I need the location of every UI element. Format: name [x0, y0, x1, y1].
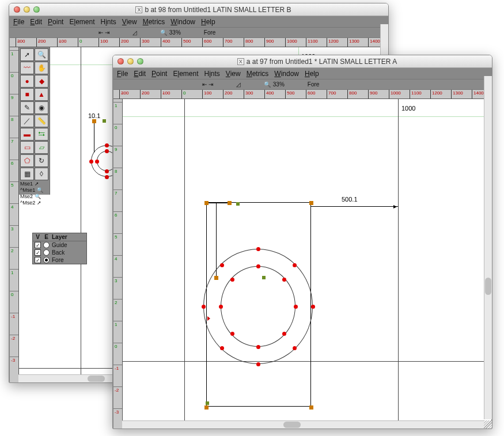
ruler-horizontal-front[interactable]: -300-200-1000100200300400500600700800900…	[113, 90, 491, 99]
menu-view[interactable]: View	[122, 18, 137, 26]
info-layer[interactable]: Fore	[308, 81, 320, 88]
layers-header: V E Layer	[33, 233, 86, 241]
traffic-lights	[118, 58, 143, 65]
menu-window[interactable]: Window	[170, 18, 195, 26]
menu-metrics[interactable]: Metrics	[247, 70, 269, 78]
traffic-lights	[14, 6, 40, 13]
tool-add-corner[interactable]: ■	[20, 88, 34, 101]
resize-handle-front[interactable]	[484, 420, 492, 429]
menu-element[interactable]: Element	[173, 70, 198, 78]
layer-label: Guide	[52, 242, 67, 248]
window-title-back: X b at 98 from Untitled1 LATIN SMALL LET…	[43, 6, 384, 14]
tool-pen[interactable]: ✎	[20, 101, 34, 114]
tool-spiro[interactable]: ◉	[35, 101, 48, 114]
info-angle: ◿	[236, 81, 241, 88]
window-title-text: a at 97 from Untitled1 * LATIN SMALL LET…	[247, 58, 397, 66]
info-arrows: ⇤ ⇥	[98, 29, 109, 36]
tool-pointer[interactable]: ➚	[20, 48, 34, 61]
menu-file[interactable]: File	[13, 18, 24, 26]
menu-metrics[interactable]: Metrics	[143, 18, 165, 26]
info-zoom: 🔍 33%	[264, 81, 285, 88]
zoom-value: 33%	[169, 29, 181, 36]
tool-add-curve[interactable]: ●	[20, 75, 34, 88]
infobar-back: ⇤ ⇥ ◿ 🔍 33% Fore	[10, 28, 388, 38]
menu-help[interactable]: Help	[305, 70, 319, 78]
layer-row-fore[interactable]: ✓ Fore	[33, 256, 86, 264]
menu-edit[interactable]: Edit	[134, 70, 146, 78]
layer-edit-radio[interactable]	[43, 249, 50, 256]
canvas-front[interactable]: 1000 500.1	[123, 99, 491, 429]
tool-palette: ➚ 🔍 〰 ✋ ● ◆ ■ ▲ ✎ ◉ ／ 📏 ▬ ⮀ ▭ ▱ ⬠	[19, 47, 50, 195]
tool-rect[interactable]: ▭	[20, 141, 34, 154]
tool-add-tangent[interactable]: ▲	[35, 88, 48, 101]
titlebar-back[interactable]: X b at 98 from Untitled1 LATIN SMALL LET…	[9, 3, 388, 16]
glyph-editor-window-a: X a at 97 from Untitled1 * LATIN SMALL L…	[112, 55, 492, 429]
menubar-front[interactable]: File Edit Point Element Hints View Metri…	[113, 69, 491, 79]
info-layer[interactable]: Fore	[204, 29, 216, 36]
tool-ruler[interactable]: 📏	[35, 115, 48, 127]
tool-skew[interactable]: ▱	[35, 141, 48, 154]
layer-edit-radio[interactable]	[43, 242, 50, 248]
zoom-value: 33%	[273, 81, 285, 88]
info-arrows: ⇤ ⇥	[202, 81, 213, 88]
window-title-text: b at 98 from Untitled1 LATIN SMALL LETTE…	[145, 6, 291, 14]
info-angle: ◿	[132, 29, 137, 36]
ruler-vertical-back[interactable]: 109876543210-1-2-3	[10, 47, 19, 383]
ruler-horizontal-back[interactable]: -300-200-1000100200300400500600700800900…	[10, 38, 388, 47]
menubar-back[interactable]: File Edit Point Element Hints View Metri…	[10, 17, 388, 28]
tool-knife[interactable]: ／	[20, 115, 34, 127]
menu-window[interactable]: Window	[274, 70, 299, 78]
tool-add-hv[interactable]: ◆	[35, 75, 48, 88]
layer-edit-radio[interactable]	[43, 257, 50, 263]
tool-rect-filled[interactable]: ▬	[20, 128, 34, 141]
x11-icon: X	[135, 6, 142, 13]
tool-magnify[interactable]: 🔍	[35, 48, 48, 61]
layer-visible-checkbox[interactable]: ✓	[35, 257, 41, 263]
menu-point[interactable]: Point	[48, 18, 63, 26]
window-title-front: X a at 97 from Untitled1 * LATIN SMALL L…	[147, 58, 487, 66]
scrollbar-horizontal-front[interactable]	[122, 420, 484, 429]
zoom-icon[interactable]	[137, 58, 143, 65]
menu-view[interactable]: View	[226, 70, 241, 78]
ruler-vertical-front[interactable]: 109876543210-1-2-3	[113, 99, 123, 429]
tool-hand[interactable]: ✋	[35, 62, 48, 74]
tool-freehand[interactable]: 〰	[20, 62, 34, 74]
layer-row-back[interactable]: ✓ Back	[33, 249, 86, 256]
layer-label: Fore	[52, 257, 64, 263]
tool-mouse-info: Mse1 ➚ ^Mse1 🔍 Mse2 🔍 ^Mse2 ➚	[20, 181, 48, 194]
infobar-front: ⇤ ⇥ ◿ 🔍 33% Fore	[113, 79, 491, 90]
measurement-back: 10.1	[88, 112, 100, 119]
layer-visible-checkbox[interactable]: ✓	[35, 242, 41, 248]
close-icon[interactable]	[14, 6, 20, 13]
menu-help[interactable]: Help	[201, 18, 215, 26]
layer-row-guide[interactable]: ✓ Guide	[33, 241, 86, 249]
tool-rotate[interactable]: ↻	[35, 154, 48, 167]
tool-3d[interactable]: ▦	[20, 168, 34, 180]
close-icon[interactable]	[118, 58, 124, 65]
width-label-front: 1000	[401, 105, 415, 112]
titlebar-front[interactable]: X a at 97 from Untitled1 * LATIN SMALL L…	[113, 55, 492, 68]
menu-hints[interactable]: Hints	[100, 18, 116, 26]
measurement-front: 500.1	[342, 196, 358, 203]
measurement-arrow	[311, 206, 398, 207]
menu-point[interactable]: Point	[151, 70, 167, 78]
layers-panel[interactable]: V E Layer ✓ Guide ✓ Back ✓ Fore	[32, 233, 87, 264]
tool-poly[interactable]: ⬠	[20, 154, 34, 167]
menu-edit[interactable]: Edit	[30, 18, 42, 26]
x11-icon: X	[237, 58, 244, 65]
scrollbar-vertical-front[interactable]	[484, 76, 492, 419]
glyph-stroke	[216, 203, 217, 278]
menu-element[interactable]: Element	[69, 18, 94, 26]
menu-hints[interactable]: Hints	[204, 70, 219, 78]
zoom-icon[interactable]	[33, 6, 40, 13]
minimize-icon[interactable]	[24, 6, 30, 13]
info-zoom: 🔍 33%	[160, 29, 181, 36]
menu-file[interactable]: File	[117, 70, 128, 78]
tool-perspective[interactable]: ◊	[35, 168, 48, 180]
layer-label: Back	[52, 249, 65, 256]
minimize-icon[interactable]	[127, 58, 134, 65]
tool-flip[interactable]: ⮀	[35, 128, 48, 141]
layer-visible-checkbox[interactable]: ✓	[35, 249, 41, 256]
